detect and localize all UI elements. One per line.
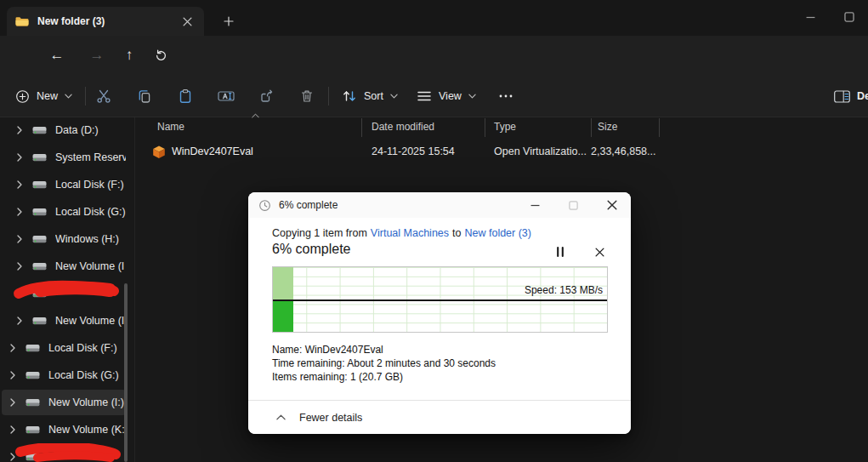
column-header-date[interactable]: Date modified bbox=[372, 121, 434, 133]
column-header-name[interactable]: Name bbox=[157, 121, 184, 133]
tree-chevron-icon[interactable] bbox=[17, 208, 22, 216]
tree-chevron-icon[interactable] bbox=[17, 235, 22, 243]
drive-icon bbox=[26, 397, 40, 408]
detail-time-remaining: Time remaining: About 2 minutes and 30 s… bbox=[272, 356, 496, 370]
sidebar-item-drive[interactable]: Data (D:) bbox=[2, 117, 126, 143]
sidebar-item-label: New Volume (I bbox=[55, 260, 124, 272]
tree-chevron-icon[interactable] bbox=[17, 126, 22, 134]
column-divider[interactable] bbox=[591, 118, 592, 137]
sidebar-item-drive[interactable]: New Volume (I bbox=[2, 254, 126, 279]
sort-button[interactable]: Sort bbox=[337, 84, 403, 108]
drive-icon bbox=[26, 452, 40, 462]
new-tab-button[interactable] bbox=[218, 11, 240, 31]
sidebar-item-drive-selected[interactable]: New Volume (I:) bbox=[2, 390, 126, 415]
column-header-type[interactable]: Type bbox=[494, 121, 516, 133]
sidebar-item-drive-redacted[interactable] bbox=[2, 444, 126, 462]
tree-chevron-icon[interactable] bbox=[17, 317, 22, 325]
tree-chevron-icon[interactable] bbox=[10, 398, 15, 407]
copy-to: to bbox=[452, 227, 461, 239]
sort-icon bbox=[342, 89, 357, 103]
dialog-titlebar[interactable]: 6% complete bbox=[248, 192, 631, 218]
chevron-up-icon bbox=[276, 414, 286, 420]
back-button[interactable]: ← bbox=[43, 41, 71, 70]
column-divider[interactable] bbox=[659, 118, 660, 137]
cut-button[interactable] bbox=[91, 84, 116, 108]
sidebar-item-label: Local Disk (F:) bbox=[48, 342, 117, 354]
pause-button[interactable] bbox=[550, 242, 570, 261]
file-row[interactable]: WinDev2407Eval 24-11-2025 15:54 Open Vir… bbox=[139, 140, 659, 165]
window-maximize-button[interactable] bbox=[830, 0, 868, 34]
up-button[interactable]: ↑ bbox=[115, 41, 144, 70]
details-pane-button[interactable]: Det bbox=[829, 84, 868, 108]
share-button[interactable] bbox=[254, 84, 280, 108]
dialog-maximize-button[interactable] bbox=[554, 192, 593, 218]
fewer-details-toggle[interactable]: Fewer details bbox=[248, 400, 631, 434]
tab-close-icon[interactable] bbox=[179, 13, 196, 30]
file-date-modified: 24-11-2025 15:54 bbox=[372, 145, 455, 157]
tree-chevron-icon[interactable] bbox=[10, 344, 15, 352]
file-explorer-window: New folder (3) ← → ↑ New Volume (I:) New… bbox=[0, 0, 868, 462]
tree-chevron-icon[interactable] bbox=[17, 262, 22, 271]
tree-chevron-icon[interactable] bbox=[10, 425, 15, 434]
folder-icon bbox=[15, 16, 29, 27]
speed-chart: Speed: 153 MB/s bbox=[272, 266, 608, 333]
paste-button[interactable] bbox=[173, 84, 198, 108]
drive-icon bbox=[32, 261, 47, 271]
source-folder-link[interactable]: Virtual Machines bbox=[371, 227, 449, 239]
drive-icon bbox=[26, 343, 40, 353]
tree-chevron-icon[interactable] bbox=[17, 153, 22, 162]
destination-folder-link[interactable]: New folder (3) bbox=[464, 227, 531, 239]
dialog-minimize-button[interactable] bbox=[516, 192, 554, 218]
transfer-details: Name: WinDev2407Eval Time remaining: Abo… bbox=[272, 343, 496, 384]
file-type: Open Virtualizatio... bbox=[494, 145, 587, 157]
sidebar-item-drive-redacted[interactable] bbox=[2, 281, 126, 306]
tree-chevron-icon[interactable] bbox=[10, 371, 15, 379]
tree-chevron-icon[interactable] bbox=[10, 453, 15, 461]
detail-name: Name: WinDev2407Eval bbox=[272, 343, 496, 356]
sidebar-item-drive[interactable]: Windows (H:) bbox=[2, 226, 126, 252]
drive-icon bbox=[32, 125, 47, 135]
sidebar-item-drive[interactable]: Local Disk (F:) bbox=[2, 335, 126, 361]
tree-chevron-icon[interactable] bbox=[17, 289, 22, 298]
sidebar-item-label: Local Disk (G:) bbox=[48, 369, 119, 381]
sidebar-item-drive[interactable]: New Volume (I bbox=[2, 308, 126, 334]
sidebar-item-drive[interactable]: Local Disk (G:) bbox=[2, 362, 126, 388]
tree-chevron-icon[interactable] bbox=[17, 180, 22, 189]
sidebar-item-drive[interactable]: Local Disk (G:) bbox=[2, 199, 126, 225]
cancel-copy-button[interactable] bbox=[589, 242, 610, 261]
file-size: 2,33,46,858... bbox=[591, 145, 653, 157]
refresh-button[interactable] bbox=[146, 41, 175, 70]
forward-button[interactable]: → bbox=[82, 41, 111, 70]
new-button[interactable]: New bbox=[10, 84, 77, 108]
speed-label: Speed: 153 MB/s bbox=[525, 284, 603, 296]
more-options-button[interactable] bbox=[493, 84, 519, 108]
sidebar-scrollbar-thumb[interactable] bbox=[124, 283, 128, 462]
column-divider[interactable] bbox=[361, 118, 362, 137]
dialog-title: 6% complete bbox=[279, 199, 338, 211]
explorer-tab[interactable]: New folder (3) bbox=[7, 7, 204, 36]
window-controls bbox=[791, 0, 868, 34]
view-button[interactable]: View bbox=[411, 84, 481, 108]
details-button-label: Det bbox=[857, 90, 868, 102]
sidebar-item-label: New Volume (I bbox=[55, 315, 124, 327]
sidebar-item-drive[interactable]: Local Disk (F:) bbox=[2, 172, 126, 197]
rename-button[interactable] bbox=[213, 84, 239, 108]
column-divider[interactable] bbox=[485, 118, 485, 137]
details-pane-icon bbox=[834, 90, 850, 103]
drive-icon bbox=[26, 425, 40, 435]
sidebar-item-drive[interactable]: New Volume (K: bbox=[2, 417, 126, 442]
sort-button-label: Sort bbox=[364, 90, 383, 102]
window-minimize-button[interactable] bbox=[791, 0, 830, 34]
dialog-close-button[interactable] bbox=[593, 192, 631, 218]
copy-button[interactable] bbox=[132, 84, 157, 108]
drive-icon bbox=[32, 234, 47, 244]
navigation-bar: ← → ↑ New Volume (I:) New folder (3) bbox=[0, 36, 868, 75]
sidebar-item-drive[interactable]: System Reserv bbox=[2, 145, 126, 170]
copy-prefix: Copying 1 item from bbox=[272, 227, 367, 239]
command-toolbar: New Sort View Det bbox=[0, 75, 868, 117]
chevron-down-icon bbox=[468, 94, 476, 99]
column-header-size[interactable]: Size bbox=[598, 121, 617, 133]
tab-bar: New folder (3) bbox=[0, 0, 868, 36]
progress-fill bbox=[273, 301, 293, 332]
delete-button[interactable] bbox=[294, 84, 320, 108]
